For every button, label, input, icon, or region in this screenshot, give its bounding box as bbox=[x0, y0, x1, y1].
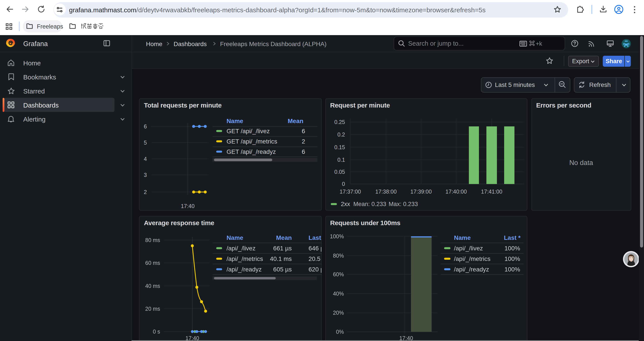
svg-text:0.05: 0.05 bbox=[334, 169, 345, 175]
svg-text:6: 6 bbox=[302, 148, 305, 155]
svg-text:Mean: Mean bbox=[276, 234, 292, 241]
svg-text:Name: Name bbox=[226, 117, 243, 124]
svg-text:/api/_/readyz: /api/_/readyz bbox=[226, 266, 262, 272]
svg-text:20 ms: 20 ms bbox=[145, 305, 160, 311]
svg-text:Mean: 0.233: Mean: 0.233 bbox=[353, 201, 386, 207]
svg-text:/api/_/livez: /api/_/livez bbox=[454, 245, 483, 251]
svg-text:6: 6 bbox=[302, 128, 305, 134]
svg-text:20%: 20% bbox=[333, 309, 344, 315]
svg-text:17:40: 17:40 bbox=[181, 203, 195, 209]
svg-text:17:37:00: 17:37:00 bbox=[339, 188, 360, 194]
svg-text:20.5 ms: 20.5 ms bbox=[308, 255, 322, 262]
svg-text:GET /api/_/livez: GET /api/_/livez bbox=[226, 128, 270, 134]
svg-text:80 ms: 80 ms bbox=[145, 237, 160, 243]
svg-text:Last *: Last * bbox=[308, 234, 322, 241]
svg-text:80%: 80% bbox=[333, 252, 344, 258]
svg-text:620 µs: 620 µs bbox=[308, 266, 322, 272]
svg-text:100%: 100% bbox=[504, 266, 520, 272]
svg-text:0: 0 bbox=[342, 181, 345, 187]
svg-text:2xx: 2xx bbox=[341, 201, 350, 207]
svg-text:/api/_/metrics: /api/_/metrics bbox=[226, 255, 263, 262]
svg-text:40.1 ms: 40.1 ms bbox=[270, 255, 292, 262]
svg-text:0%: 0% bbox=[336, 328, 344, 335]
svg-text:/api/_/readyz: /api/_/readyz bbox=[454, 266, 489, 272]
svg-text:/api/_/metrics: /api/_/metrics bbox=[454, 255, 490, 262]
svg-text:100%: 100% bbox=[330, 233, 344, 239]
svg-text:GET /api/_/readyz: GET /api/_/readyz bbox=[226, 148, 276, 155]
svg-text:/api/_/livez: /api/_/livez bbox=[226, 245, 255, 251]
svg-text:605 µs: 605 µs bbox=[273, 266, 292, 272]
svg-text:0.15: 0.15 bbox=[334, 144, 345, 150]
svg-text:3: 3 bbox=[144, 172, 147, 178]
svg-text:0 s: 0 s bbox=[153, 328, 160, 334]
svg-text:0.25: 0.25 bbox=[334, 119, 345, 125]
svg-text:5: 5 bbox=[144, 139, 147, 146]
svg-text:646 µs: 646 µs bbox=[308, 245, 322, 251]
svg-text:17:39:00: 17:39:00 bbox=[410, 188, 432, 194]
svg-text:661 µs: 661 µs bbox=[273, 245, 292, 251]
svg-text:Last *: Last * bbox=[504, 234, 520, 241]
svg-text:17:38:00: 17:38:00 bbox=[375, 188, 396, 194]
svg-text:Name: Name bbox=[226, 234, 243, 241]
svg-text:17:41:00: 17:41:00 bbox=[481, 188, 502, 194]
svg-text:100%: 100% bbox=[504, 245, 520, 251]
svg-text:0.1: 0.1 bbox=[337, 156, 345, 163]
svg-text:2: 2 bbox=[144, 189, 147, 195]
svg-text:GET /api/_/metrics: GET /api/_/metrics bbox=[226, 138, 277, 145]
svg-text:0.2: 0.2 bbox=[337, 131, 345, 137]
svg-text:Mean: Mean bbox=[288, 117, 303, 124]
svg-text:17:40:00: 17:40:00 bbox=[445, 188, 466, 194]
svg-text:40%: 40% bbox=[333, 290, 344, 296]
svg-text:100%: 100% bbox=[504, 255, 520, 262]
svg-text:4: 4 bbox=[144, 156, 147, 162]
svg-text:2: 2 bbox=[302, 138, 305, 145]
svg-text:60%: 60% bbox=[333, 271, 344, 277]
svg-text:6: 6 bbox=[144, 123, 147, 129]
svg-text:Name: Name bbox=[454, 234, 470, 241]
svg-text:40 ms: 40 ms bbox=[145, 283, 160, 289]
svg-text:60 ms: 60 ms bbox=[145, 260, 160, 266]
svg-text:Max: 0.233: Max: 0.233 bbox=[388, 201, 418, 207]
